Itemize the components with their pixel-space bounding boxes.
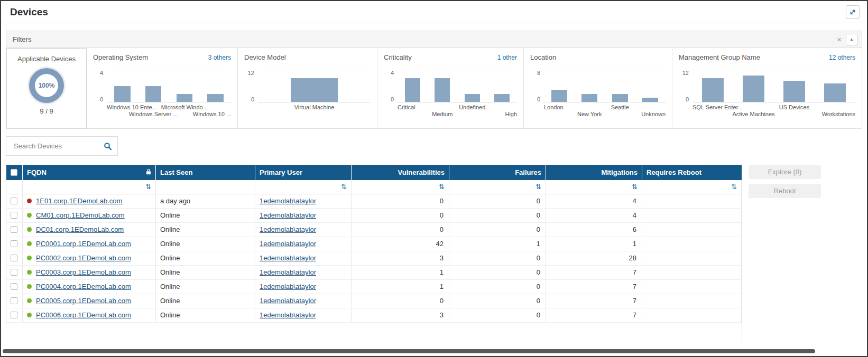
chart-labels: SQL Server Enter...Active MachinesUS Dev… xyxy=(692,102,855,119)
chart-bar-high[interactable] xyxy=(494,94,510,102)
chart-bar-unknown[interactable] xyxy=(642,98,658,102)
column-header-fqdn[interactable]: FQDN xyxy=(23,165,156,180)
column-header-vulnerabilities[interactable]: Vulnerabilities xyxy=(352,165,449,180)
primary-user-link[interactable]: 1edemolab\ataylor xyxy=(260,268,316,276)
applicable-devices-ratio: 9 / 9 xyxy=(13,107,80,115)
row-checkbox[interactable] xyxy=(11,269,17,276)
primary-user-link[interactable]: 1edemolab\ataylor xyxy=(260,211,316,219)
column-header-failures[interactable]: Failures xyxy=(449,165,546,180)
fqdn-link[interactable]: PC0005.corp.1EDemoLab.com xyxy=(36,297,131,305)
row-checkbox[interactable] xyxy=(11,312,17,318)
reboot-button[interactable]: Reboot xyxy=(749,184,821,198)
chart-bar-us-devices[interactable] xyxy=(783,81,805,102)
primary-user-link[interactable]: 1edemolab\ataylor xyxy=(260,283,316,290)
sort-icon[interactable]: ⇅ xyxy=(632,183,638,191)
sort-icon[interactable]: ⇅ xyxy=(341,183,347,191)
explore-button[interactable]: Explore (0) xyxy=(749,165,821,179)
last-seen-cell: Online xyxy=(156,265,255,279)
filter-others-link[interactable]: 12 others xyxy=(829,54,855,61)
filter-others-link[interactable]: 1 other xyxy=(497,54,517,61)
column-header-mitigations[interactable]: Mitigations xyxy=(546,165,642,180)
fqdn-link[interactable]: PC0003.corp.1EDemoLab.com xyxy=(36,268,131,276)
chart-bar-active-machines[interactable] xyxy=(743,76,764,102)
row-checkbox[interactable] xyxy=(11,198,17,204)
row-checkbox[interactable] xyxy=(11,297,17,304)
filters-close-button[interactable]: × xyxy=(833,35,846,43)
row-checkbox[interactable] xyxy=(11,283,17,290)
filter-mini-chart: 120 xyxy=(679,70,855,102)
chart-bar-label: Windows Server ... xyxy=(129,111,178,117)
column-header-requires-reboot[interactable]: Requires Reboot xyxy=(642,165,742,180)
chart-bar-label: High xyxy=(505,111,517,117)
chart-bar-microsoft-windo[interactable] xyxy=(177,94,193,102)
fqdn-link[interactable]: DC01.corp.1EDemoLab.com xyxy=(36,226,124,233)
chart-bar-london[interactable] xyxy=(551,90,567,102)
row-select-cell xyxy=(6,222,23,237)
chart-bar-virtual-machine[interactable] xyxy=(291,78,338,102)
column-header-last-seen[interactable]: Last Seen xyxy=(156,165,255,180)
chart-bar-label: Workstations xyxy=(822,111,855,117)
fqdn-cell: PC0002.corp.1EDemoLab.com xyxy=(23,251,156,265)
devices-table-container: FQDNLast SeenPrimary UserVulnerabilities… xyxy=(6,165,742,341)
filter-others-link[interactable]: 3 others xyxy=(208,54,231,61)
primary-user-link[interactable]: 1edemolab\ataylor xyxy=(260,311,316,319)
search-icon[interactable] xyxy=(104,142,112,151)
chart-bar-windows-10[interactable] xyxy=(207,94,224,102)
table-row: PC0003.corp.1EDemoLab.comOnline1edemolab… xyxy=(6,265,742,279)
devices-page: Devices Filters × ▲ Applicable Devices xyxy=(0,0,868,357)
horizontal-scrollbar-thumb[interactable] xyxy=(3,349,815,353)
chart-plot xyxy=(258,70,371,102)
chart-bar-critical[interactable] xyxy=(405,78,420,102)
chart-bar-label: SQL Server Enter... xyxy=(692,104,743,110)
applicable-devices-donut[interactable]: 100% xyxy=(29,68,64,103)
fqdn-link[interactable]: 1E01.corp.1EDemoLab.com xyxy=(36,197,122,205)
primary-user-link[interactable]: 1edemolab\ataylor xyxy=(260,240,316,248)
fqdn-link[interactable]: PC0002.corp.1EDemoLab.com xyxy=(36,254,131,262)
primary-user-link[interactable]: 1edemolab\ataylor xyxy=(260,226,316,233)
chart-bar-new-york[interactable] xyxy=(581,94,597,102)
filter-card-management-group-name: Management Group Name12 others120SQL Ser… xyxy=(672,48,862,128)
vulnerabilities-cell: 0 xyxy=(352,222,449,237)
row-checkbox[interactable] xyxy=(11,212,17,219)
last-seen-cell: Online xyxy=(156,237,255,251)
primary-user-cell: 1edemolab\ataylor xyxy=(255,222,352,237)
filters-collapse-button[interactable]: ▲ xyxy=(846,34,857,45)
fqdn-link[interactable]: PC0004.corp.1EDemoLab.com xyxy=(36,283,131,290)
chart-bar-windows-10-ente[interactable] xyxy=(114,86,131,102)
row-checkbox[interactable] xyxy=(11,226,17,233)
search-input[interactable] xyxy=(13,142,104,151)
fqdn-link[interactable]: PC0001.corp.1EDemoLab.com xyxy=(36,240,131,248)
chart-bar-sql-server-enter[interactable] xyxy=(702,78,723,102)
fqdn-cell: PC0001.corp.1EDemoLab.com xyxy=(23,237,156,251)
sort-icon[interactable]: ⇅ xyxy=(439,183,445,191)
chart-bar-windows-server[interactable] xyxy=(145,86,162,102)
table-row: PC0001.corp.1EDemoLab.comOnline1edemolab… xyxy=(6,237,742,251)
chart-bar-medium[interactable] xyxy=(435,78,450,102)
fqdn-link[interactable]: CM01.corp.1EDemoLab.com xyxy=(36,211,125,219)
column-header-primary-user[interactable]: Primary User xyxy=(255,165,352,180)
primary-user-link[interactable]: 1edemolab\ataylor xyxy=(260,297,316,305)
primary-user-cell: 1edemolab\ataylor xyxy=(255,194,352,208)
sort-icon[interactable]: ⇅ xyxy=(731,183,737,191)
chart-labels: LondonNew YorkSeattleUnknown xyxy=(544,102,666,119)
row-checkbox[interactable] xyxy=(11,240,17,247)
mitigations-cell: 7 xyxy=(546,308,642,322)
row-checkbox[interactable] xyxy=(11,255,17,261)
primary-user-link[interactable]: 1edemolab\ataylor xyxy=(260,197,316,205)
vulnerabilities-cell: 0 xyxy=(352,294,449,308)
filter-card-title: Applicable Devices xyxy=(13,55,80,63)
vulnerabilities-cell: 1 xyxy=(352,279,449,294)
last-seen-cell: Online xyxy=(156,208,255,222)
vulnerabilities-cell: 3 xyxy=(352,308,449,322)
sort-icon[interactable]: ⇅ xyxy=(145,183,151,191)
chart-bar-seattle[interactable] xyxy=(612,94,628,102)
filter-mini-chart: 40 xyxy=(384,70,517,102)
chart-bar-workstations[interactable] xyxy=(824,83,845,102)
primary-user-link[interactable]: 1edemolab\ataylor xyxy=(260,254,316,262)
select-all-checkbox[interactable] xyxy=(11,169,17,176)
sort-icon[interactable]: ⇅ xyxy=(535,183,541,191)
chart-bar-undefined[interactable] xyxy=(465,94,480,102)
chart-y-axis: 120 xyxy=(679,70,692,102)
fqdn-link[interactable]: PC0006.corp.1EDemoLab.com xyxy=(36,311,131,319)
expand-button[interactable] xyxy=(846,5,860,19)
